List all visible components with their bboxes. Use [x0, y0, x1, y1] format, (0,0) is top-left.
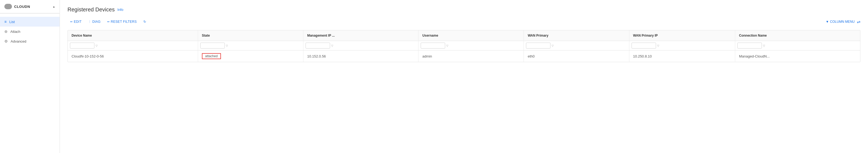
sidebar: CLOUDN ▲ ≡ List ⊛ Attach ⚙ Advanced	[0, 0, 60, 153]
cell-username: admin	[418, 50, 524, 62]
cell-wan-primary-ip: 10.250.8.10	[629, 50, 735, 62]
column-menu-label: COLUMN MENU	[830, 20, 855, 24]
edit-label: EDIT	[74, 20, 82, 24]
sidebar-item-list-label: List	[9, 20, 15, 24]
sidebar-item-advanced[interactable]: ⚙ Advanced	[0, 36, 60, 46]
page-title: Registered Devices	[67, 6, 115, 13]
sidebar-item-attach[interactable]: ⊛ Attach	[0, 27, 60, 36]
filter-connection-name: ▽	[735, 41, 860, 50]
sidebar-title: CLOUDN	[14, 5, 30, 9]
diag-button[interactable]: ⋮ DIAG	[86, 18, 103, 25]
cell-device-name: CloudN-10-152-0-56	[68, 50, 198, 62]
chevron-up-icon[interactable]: ▲	[53, 5, 55, 8]
sidebar-item-advanced-label: Advanced	[10, 39, 26, 43]
table-header-row: Device Name State Management IP ... User…	[68, 30, 860, 41]
sidebar-header: CLOUDN ▲	[0, 0, 60, 13]
gear-icon: ⚙	[4, 39, 8, 43]
col-state: State	[198, 30, 303, 41]
filter-state-icon[interactable]: ▽	[226, 44, 228, 47]
list-icon: ≡	[4, 20, 6, 24]
filter-management-ip: ▽	[303, 41, 418, 50]
filter-row: ▽ ▽ ▽	[68, 41, 860, 50]
diag-label: DIAG	[92, 20, 101, 24]
filter-device-name: ▽	[68, 41, 198, 50]
filter-username-icon[interactable]: ▽	[446, 44, 448, 47]
filter-device-name-icon[interactable]: ▽	[95, 44, 98, 47]
column-menu-button[interactable]: ▼ COLUMN MENU	[826, 20, 855, 24]
filter-wan-primary-input[interactable]	[526, 43, 551, 48]
cell-state: attached	[198, 50, 303, 62]
filter-wan-primary-ip: ▽	[629, 41, 735, 50]
diag-icon: ⋮	[88, 20, 91, 24]
reset-filters-label: RESET FILTERS	[111, 20, 136, 24]
info-link[interactable]: Info	[117, 8, 123, 12]
edit-icon: ✏	[70, 20, 73, 24]
col-connection-name: Connection Name	[735, 30, 860, 41]
col-management-ip: Management IP ...	[303, 30, 418, 41]
filter-username-input[interactable]	[421, 43, 445, 48]
table-row: CloudN-10-152-0-56 attached 10.152.0.56 …	[68, 50, 860, 62]
table-container: Device Name State Management IP ... User…	[67, 30, 860, 62]
toolbar-right: ▼ COLUMN MENU ⇌	[826, 19, 860, 25]
cell-connection-name: Managed-CloudN...	[735, 50, 860, 62]
filter-management-ip-icon[interactable]: ▽	[331, 44, 333, 47]
columns-toggle-icon[interactable]: ⇌	[857, 19, 860, 25]
filter-state: ▽	[198, 41, 303, 50]
sidebar-header-left: CLOUDN	[4, 4, 30, 9]
reset-icon: ✏	[107, 20, 110, 24]
col-wan-primary: WAN Primary	[524, 30, 629, 41]
filter-wan-primary: ▽	[524, 41, 629, 50]
refresh-icon: ↻	[144, 20, 146, 24]
cloud-icon	[4, 4, 12, 9]
filter-wan-primary-icon[interactable]: ▽	[552, 44, 554, 47]
refresh-button[interactable]: ↻	[141, 18, 149, 25]
toolbar: ✏ EDIT ⋮ DIAG ✏ RESET FILTERS ↻ ▼ COLUMN…	[67, 18, 860, 25]
col-username: Username	[418, 30, 524, 41]
filter-username: ▽	[418, 41, 524, 50]
filter-device-name-input[interactable]	[70, 43, 94, 48]
sidebar-nav: ≡ List ⊛ Attach ⚙ Advanced	[0, 15, 60, 48]
reset-filters-button[interactable]: ✏ RESET FILTERS	[104, 18, 140, 25]
filter-wan-primary-ip-icon[interactable]: ▽	[657, 44, 659, 47]
registered-devices-table: Device Name State Management IP ... User…	[68, 30, 860, 62]
filter-state-input[interactable]	[200, 43, 225, 48]
state-badge: attached	[202, 53, 221, 59]
cell-management-ip: 10.152.0.56	[303, 50, 418, 62]
page-header: Registered Devices Info	[67, 6, 860, 13]
filter-icon: ▼	[826, 20, 829, 24]
edit-button[interactable]: ✏ EDIT	[67, 18, 84, 25]
filter-management-ip-input[interactable]	[306, 43, 330, 48]
col-device-name: Device Name	[68, 30, 198, 41]
main-content: Registered Devices Info ✏ EDIT ⋮ DIAG ✏ …	[60, 0, 868, 153]
cell-wan-primary: eth0	[524, 50, 629, 62]
sidebar-item-attach-label: Attach	[10, 30, 21, 34]
sidebar-item-list[interactable]: ≡ List	[0, 17, 60, 27]
col-wan-primary-ip: WAN Primary IP	[629, 30, 735, 41]
filter-connection-name-input[interactable]	[737, 43, 762, 48]
filter-connection-name-icon[interactable]: ▽	[763, 44, 765, 47]
attach-icon: ⊛	[4, 29, 8, 34]
filter-wan-primary-ip-input[interactable]	[631, 43, 656, 48]
